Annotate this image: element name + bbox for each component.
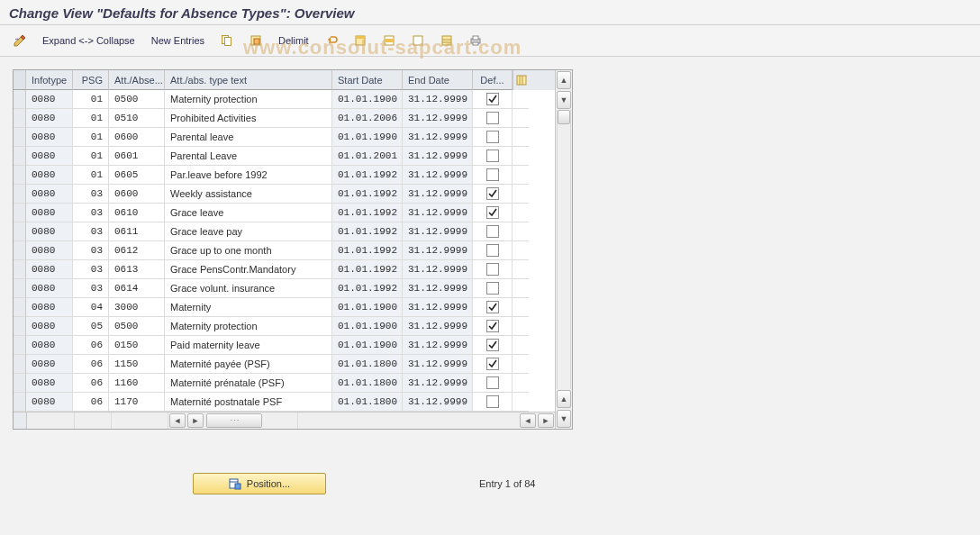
cell-def[interactable] <box>473 279 513 298</box>
cell-abs[interactable]: 0611 <box>109 222 165 241</box>
cell-def[interactable] <box>473 128 513 147</box>
cell-def[interactable] <box>473 147 513 166</box>
cell-abs[interactable]: 0150 <box>109 336 165 355</box>
cell-abs[interactable]: 1160 <box>109 374 165 393</box>
default-checkbox[interactable] <box>486 225 499 238</box>
cell-def[interactable] <box>473 222 513 241</box>
cell-psg[interactable]: 04 <box>73 298 109 317</box>
table-row[interactable]: 0080043000Maternity01.01.190031.12.9999 <box>14 298 555 317</box>
copy-as-button[interactable] <box>214 31 240 50</box>
cell-abs[interactable]: 0500 <box>109 317 165 336</box>
default-checkbox[interactable] <box>486 131 499 143</box>
cell-abs[interactable]: 0600 <box>109 185 165 204</box>
cell-abs[interactable]: 0500 <box>109 90 165 109</box>
cell-text[interactable]: Grace up to one month <box>165 241 332 260</box>
row-selector[interactable] <box>14 147 26 166</box>
table-row[interactable]: 0080030614Grace volunt. insurance01.01.1… <box>14 279 555 298</box>
cell-psg[interactable]: 01 <box>73 147 109 166</box>
cell-text[interactable]: Parental Leave <box>165 147 332 166</box>
hscroll2-right-button[interactable]: ► <box>538 413 554 428</box>
default-checkbox[interactable] <box>486 263 499 276</box>
table-row[interactable]: 0080030613Grace PensContr.Mandatory01.01… <box>14 260 555 279</box>
col-start[interactable]: Start Date <box>332 70 403 90</box>
hscroll-left-button[interactable]: ◄ <box>169 413 186 428</box>
cell-abs[interactable]: 0612 <box>109 241 165 260</box>
cell-abs[interactable]: 0613 <box>109 260 165 279</box>
cell-text[interactable]: Grace PensContr.Mandatory <box>165 260 332 279</box>
col-row-selector[interactable] <box>14 70 26 90</box>
cell-text[interactable]: Grace volunt. insurance <box>165 279 332 298</box>
row-selector[interactable] <box>14 317 26 336</box>
cell-def[interactable] <box>473 355 513 374</box>
row-selector[interactable] <box>14 355 26 374</box>
cell-psg[interactable]: 06 <box>73 393 109 412</box>
table-row[interactable]: 0080030600Weekly assistance01.01.199231.… <box>14 185 555 204</box>
default-checkbox[interactable] <box>486 301 499 313</box>
cell-psg[interactable]: 01 <box>73 166 109 185</box>
cell-def[interactable] <box>473 393 513 412</box>
cell-abs[interactable]: 0614 <box>109 279 165 298</box>
row-selector[interactable] <box>14 222 26 241</box>
cell-def[interactable] <box>473 90 513 109</box>
hscroll-thumb[interactable]: ⋯ <box>206 413 262 428</box>
delimit-button[interactable]: Delimit <box>272 31 315 50</box>
cell-text[interactable]: Grace leave <box>165 204 332 222</box>
cell-def[interactable] <box>473 241 513 260</box>
vscroll-up2-button[interactable]: ▲ <box>557 390 571 408</box>
cell-psg[interactable]: 05 <box>73 317 109 336</box>
cell-text[interactable]: Maternity <box>165 298 332 317</box>
row-selector[interactable] <box>14 166 26 185</box>
default-checkbox[interactable] <box>486 358 499 370</box>
cell-def[interactable] <box>473 185 513 204</box>
cell-psg[interactable]: 03 <box>73 185 109 204</box>
table-row[interactable]: 0080030610Grace leave01.01.199231.12.999… <box>14 204 555 222</box>
row-selector[interactable] <box>14 128 26 147</box>
new-entries-button[interactable]: New Entries <box>145 31 211 50</box>
cell-psg[interactable]: 01 <box>73 109 109 128</box>
table-row[interactable]: 0080010605Par.leave before 199201.01.199… <box>14 166 555 185</box>
vscroll-down2-button[interactable]: ▼ <box>557 410 571 428</box>
cell-text[interactable]: Parental leave <box>165 128 332 147</box>
vscroll-thumb[interactable] <box>558 110 570 124</box>
cell-abs[interactable]: 0600 <box>109 128 165 147</box>
col-psg[interactable]: PSG <box>73 70 109 90</box>
cell-psg[interactable]: 06 <box>73 374 109 393</box>
cell-def[interactable] <box>473 298 513 317</box>
cell-text[interactable]: Prohibited Activities <box>165 109 332 128</box>
select-block-button[interactable] <box>377 31 402 50</box>
undo-button[interactable] <box>319 31 344 50</box>
cell-abs[interactable]: 0610 <box>109 204 165 222</box>
vscroll-down-button[interactable]: ▼ <box>557 91 571 109</box>
row-selector[interactable] <box>14 279 26 298</box>
table-row[interactable]: 0080061150Maternité payée (PSF)01.01.180… <box>14 355 555 374</box>
select-all-button[interactable] <box>348 31 373 50</box>
table-row[interactable]: 0080060150Paid maternity leave01.01.1900… <box>14 336 555 355</box>
col-end[interactable]: End Date <box>403 70 473 90</box>
cell-abs[interactable]: 1150 <box>109 355 165 374</box>
variant-button[interactable] <box>243 31 268 50</box>
cell-abs[interactable]: 0605 <box>109 166 165 185</box>
table-row[interactable]: 0080061160Maternité prénatale (PSF)01.01… <box>14 374 555 393</box>
row-selector[interactable] <box>14 90 26 109</box>
position-button[interactable]: Position... <box>193 473 326 494</box>
table-row[interactable]: 0080030611Grace leave pay01.01.199231.12… <box>14 222 555 241</box>
cell-def[interactable] <box>473 336 513 355</box>
row-selector[interactable] <box>14 393 26 412</box>
cell-psg[interactable]: 03 <box>73 279 109 298</box>
cell-abs[interactable]: 1170 <box>109 393 165 412</box>
cell-psg[interactable]: 03 <box>73 241 109 260</box>
cell-abs[interactable]: 0601 <box>109 147 165 166</box>
cell-psg[interactable]: 06 <box>73 336 109 355</box>
default-checkbox[interactable] <box>486 168 499 181</box>
default-checkbox[interactable] <box>486 395 499 408</box>
toggle-change-display-button[interactable] <box>7 31 32 50</box>
default-checkbox[interactable] <box>486 112 499 124</box>
cell-abs[interactable]: 3000 <box>109 298 165 317</box>
cell-text[interactable]: Par.leave before 1992 <box>165 166 332 185</box>
cell-def[interactable] <box>473 260 513 279</box>
row-selector[interactable] <box>14 109 26 128</box>
cell-def[interactable] <box>473 204 513 222</box>
cell-psg[interactable]: 06 <box>73 355 109 374</box>
configure-columns-button[interactable] <box>513 70 530 90</box>
cell-text[interactable]: Maternité postnatale PSF <box>165 393 332 412</box>
